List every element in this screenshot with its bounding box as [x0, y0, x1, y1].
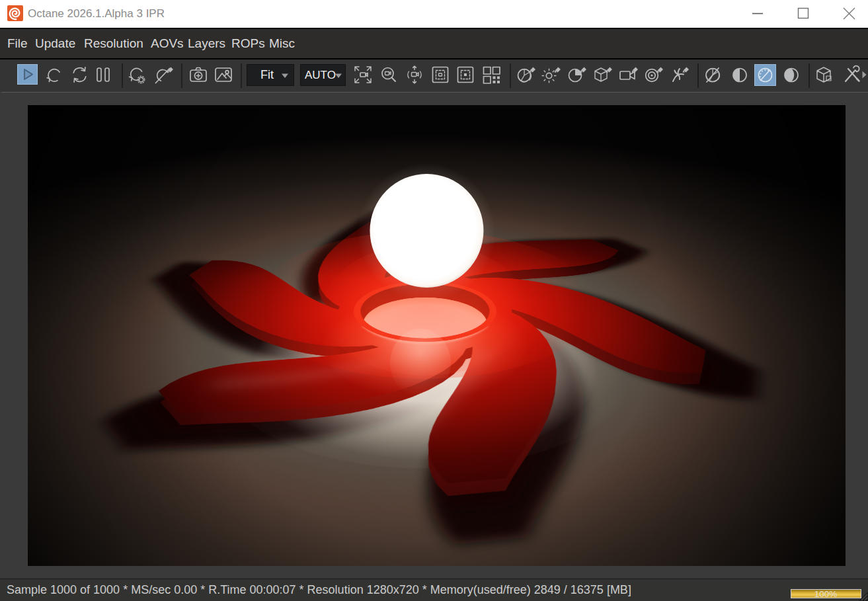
svg-text:100%: 100%: [814, 589, 838, 598]
